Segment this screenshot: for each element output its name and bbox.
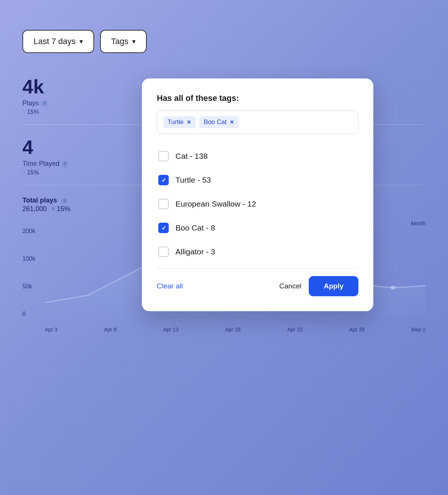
plays-arrow-icon: ↑ [22, 109, 25, 115]
tag-chip-boo-cat-label: Boo Cat [204, 118, 227, 126]
checkbox-item-turtle[interactable]: Turtle - 53 [157, 168, 358, 192]
chart-x-apr23: Apr 23 [287, 327, 302, 332]
time-played-arrow-icon: ↑ [22, 169, 25, 176]
tags-filter-chevron-icon: ▾ [132, 37, 136, 46]
tags-filter-button[interactable]: Tags ▾ [100, 30, 147, 53]
checkbox-european-swallow[interactable] [158, 199, 169, 209]
checkbox-list: Cat - 138 Turtle - 53 European Swallow -… [157, 144, 358, 264]
modal-footer: Clear all Cancel Apply [157, 276, 358, 296]
chart-x-apr8: Apr 8 [104, 327, 116, 332]
cancel-button[interactable]: Cancel [279, 282, 301, 290]
modal-title: Has all of these tags: [157, 93, 358, 103]
chart-x-may2: May 2 [411, 327, 426, 332]
clear-all-button[interactable]: Clear all [157, 282, 183, 290]
checkbox-european-swallow-label: European Swallow - 12 [175, 199, 256, 208]
chart-x-apr3: Apr 3 [45, 327, 57, 332]
chart-y-labels: 200k 100k 50k 0 [22, 228, 35, 318]
plays-label: Plays [22, 99, 39, 107]
date-filter-label: Last 7 days [34, 37, 76, 46]
checkbox-alligator-label: Alligator - 3 [175, 247, 215, 256]
filter-bar: Last 7 days ▾ Tags ▾ [22, 30, 426, 53]
date-filter-button[interactable]: Last 7 days ▾ [22, 30, 94, 53]
tag-chip-boo-cat[interactable]: Boo Cat ✕ [199, 116, 239, 128]
chart-x-labels: Apr 3 Apr 8 Apr 13 Apr 18 Apr 23 Apr 28 … [45, 327, 426, 332]
tags-modal: Has all of these tags: Turtle ✕ Boo Cat … [142, 78, 373, 311]
chart-y-50k: 50k [22, 283, 35, 290]
plays-change-value: 15% [27, 109, 39, 115]
chart-month-label: Month [411, 220, 426, 226]
chart-x-apr18: Apr 18 [225, 327, 240, 332]
plays-info-icon: ? [41, 100, 48, 107]
tags-filter-label: Tags [111, 37, 128, 46]
total-plays-info-icon: ? [61, 198, 68, 204]
checkbox-item-cat[interactable]: Cat - 138 [157, 144, 358, 168]
chart-y-100k: 100k [22, 256, 35, 262]
checkbox-turtle-label: Turtle - 53 [175, 176, 211, 185]
checkbox-boo-cat-label: Boo Cat - 8 [175, 223, 215, 232]
chart-dot-end [390, 286, 396, 290]
tags-input-area[interactable]: Turtle ✕ Boo Cat ✕ [157, 111, 358, 134]
tag-chip-turtle[interactable]: Turtle ✕ [163, 116, 196, 128]
checkbox-turtle[interactable] [158, 175, 169, 185]
tag-chip-turtle-remove[interactable]: ✕ [187, 119, 191, 125]
date-filter-chevron-icon: ▾ [80, 37, 83, 46]
checkbox-boo-cat[interactable] [158, 223, 169, 233]
chart-x-apr28: Apr 28 [349, 327, 365, 332]
tag-chip-boo-cat-remove[interactable]: ✕ [230, 119, 234, 125]
apply-button[interactable]: Apply [309, 276, 358, 296]
checkbox-cat-label: Cat - 138 [175, 152, 208, 161]
chart-x-apr13: Apr 13 [163, 327, 178, 332]
time-played-change-value: 15% [27, 169, 39, 176]
chart-y-200k: 200k [22, 228, 35, 235]
chart-y-0: 0 [22, 311, 35, 318]
checkbox-cat[interactable] [158, 151, 169, 161]
checkbox-alligator[interactable] [158, 247, 169, 257]
checkbox-item-boo-cat[interactable]: Boo Cat - 8 [157, 216, 358, 240]
checkbox-item-european-swallow[interactable]: European Swallow - 12 [157, 192, 358, 216]
total-plays-change: ↑ 15% [52, 205, 70, 213]
modal-divider [157, 268, 358, 269]
time-played-label: Time Played [22, 160, 59, 168]
checkbox-item-alligator[interactable]: Alligator - 3 [157, 240, 358, 264]
time-played-info-icon: ? [62, 161, 68, 167]
tag-chip-turtle-label: Turtle [168, 118, 184, 126]
